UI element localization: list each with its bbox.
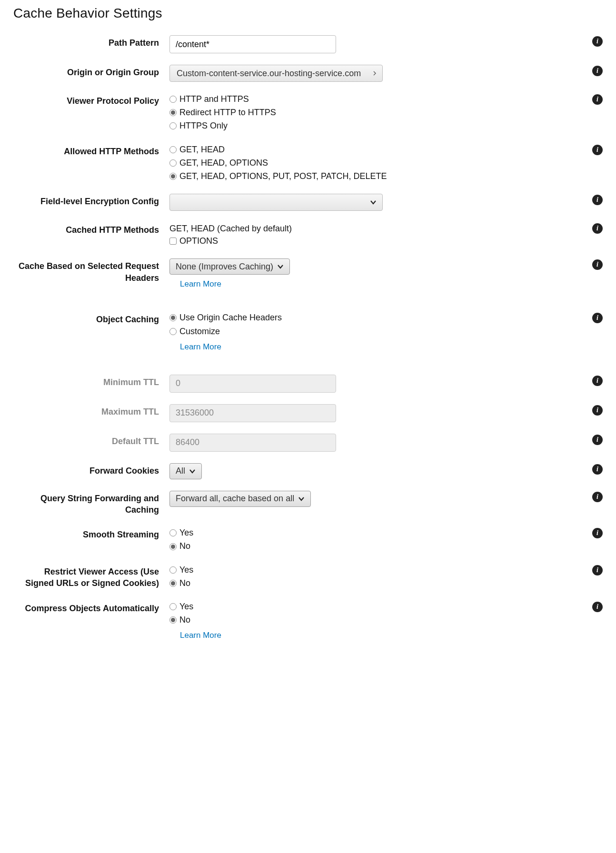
info-icon[interactable]: [592, 259, 603, 270]
chevron-right-icon: [373, 71, 377, 76]
label-minimum-ttl: Minimum TTL: [13, 374, 169, 388]
info-icon[interactable]: [592, 376, 603, 386]
info-icon[interactable]: [592, 36, 603, 47]
cache-headers-value: None (Improves Caching): [176, 262, 273, 272]
label-maximum-ttl: Maximum TTL: [13, 403, 169, 417]
origin-select-value: Custom-content-service.our-hosting-servi…: [177, 69, 361, 79]
radio-compress-yes[interactable]: Yes: [169, 601, 574, 613]
query-string-select[interactable]: Forward all, cache based on all: [169, 491, 311, 507]
label-default-ttl: Default TTL: [13, 433, 169, 447]
cached-http-options-checkbox[interactable]: OPTIONS: [169, 235, 574, 247]
viewer-protocol-radio-group: HTTP and HTTPS Redirect HTTP to HTTPS HT…: [169, 93, 574, 132]
cached-http-default-text: GET, HEAD (Cached by default): [169, 222, 574, 235]
cache-headers-select[interactable]: None (Improves Caching): [169, 258, 290, 275]
radio-smooth-streaming-no[interactable]: No: [169, 540, 574, 552]
minimum-ttl-input: [169, 375, 336, 393]
default-ttl-input: [169, 434, 336, 452]
learn-more-link[interactable]: Learn More: [180, 631, 221, 640]
info-icon[interactable]: [592, 528, 603, 538]
forward-cookies-value: All: [176, 466, 185, 476]
chevron-down-icon: [277, 264, 284, 269]
allowed-http-radio-group: GET, HEAD GET, HEAD, OPTIONS GET, HEAD, …: [169, 144, 574, 183]
radio-get-head[interactable]: GET, HEAD: [169, 144, 574, 156]
label-forward-cookies: Forward Cookies: [13, 462, 169, 476]
info-icon[interactable]: [592, 464, 603, 475]
info-icon[interactable]: [592, 223, 603, 234]
checkbox-icon: [169, 238, 177, 245]
radio-restrict-viewer-no[interactable]: No: [169, 577, 574, 589]
radio-smooth-streaming-yes[interactable]: Yes: [169, 527, 574, 539]
info-icon[interactable]: [592, 492, 603, 502]
label-field-encryption: Field-level Encryption Config: [13, 193, 169, 207]
compress-radio-group: Yes No: [169, 601, 574, 626]
label-cache-headers: Cache Based on Selected Request Headers: [13, 258, 169, 284]
radio-get-head-options-put-post-patch-delete[interactable]: GET, HEAD, OPTIONS, PUT, POST, PATCH, DE…: [169, 170, 574, 182]
chevron-down-icon: [298, 496, 305, 501]
radio-get-head-options[interactable]: GET, HEAD, OPTIONS: [169, 157, 574, 169]
page-title: Cache Behavior Settings: [13, 6, 603, 21]
info-icon[interactable]: [592, 405, 603, 416]
radio-restrict-viewer-yes[interactable]: Yes: [169, 564, 574, 576]
label-cached-http: Cached HTTP Methods: [13, 221, 169, 236]
info-icon[interactable]: [592, 145, 603, 155]
label-object-caching: Object Caching: [13, 311, 169, 325]
radio-customize[interactable]: Customize: [169, 326, 574, 337]
label-compress: Compress Objects Automatically: [13, 600, 169, 614]
radio-compress-no[interactable]: No: [169, 614, 574, 626]
chevron-down-icon: [189, 469, 196, 474]
learn-more-link[interactable]: Learn More: [180, 342, 221, 352]
chevron-down-icon: [370, 200, 377, 205]
origin-select[interactable]: Custom-content-service.our-hosting-servi…: [169, 65, 383, 82]
smooth-streaming-radio-group: Yes No: [169, 527, 574, 552]
info-icon[interactable]: [592, 313, 603, 323]
field-encryption-select[interactable]: [169, 194, 383, 211]
label-query-string: Query String Forwarding and Caching: [13, 490, 169, 516]
info-icon[interactable]: [592, 94, 603, 105]
label-path-pattern: Path Pattern: [13, 34, 169, 49]
query-string-value: Forward all, cache based on all: [176, 494, 294, 504]
radio-http-and-https[interactable]: HTTP and HTTPS: [169, 93, 574, 105]
restrict-viewer-radio-group: Yes No: [169, 564, 574, 589]
radio-redirect-http-to-https[interactable]: Redirect HTTP to HTTPS: [169, 107, 574, 119]
info-icon[interactable]: [592, 602, 603, 612]
info-icon[interactable]: [592, 195, 603, 205]
label-viewer-protocol: Viewer Protocol Policy: [13, 92, 169, 107]
info-icon[interactable]: [592, 565, 603, 575]
radio-use-origin-cache-headers[interactable]: Use Origin Cache Headers: [169, 312, 574, 324]
path-pattern-input[interactable]: [169, 35, 336, 53]
maximum-ttl-input: [169, 404, 336, 422]
info-icon[interactable]: [592, 435, 603, 445]
label-smooth-streaming: Smooth Streaming: [13, 526, 169, 540]
forward-cookies-select[interactable]: All: [169, 463, 202, 479]
learn-more-link[interactable]: Learn More: [180, 279, 221, 289]
label-origin: Origin or Origin Group: [13, 64, 169, 78]
label-restrict-viewer: Restrict Viewer Access (Use Signed URLs …: [13, 563, 169, 589]
radio-https-only[interactable]: HTTPS Only: [169, 120, 574, 132]
info-icon[interactable]: [592, 66, 603, 76]
label-allowed-http: Allowed HTTP Methods: [13, 143, 169, 157]
object-caching-radio-group: Use Origin Cache Headers Customize: [169, 312, 574, 337]
